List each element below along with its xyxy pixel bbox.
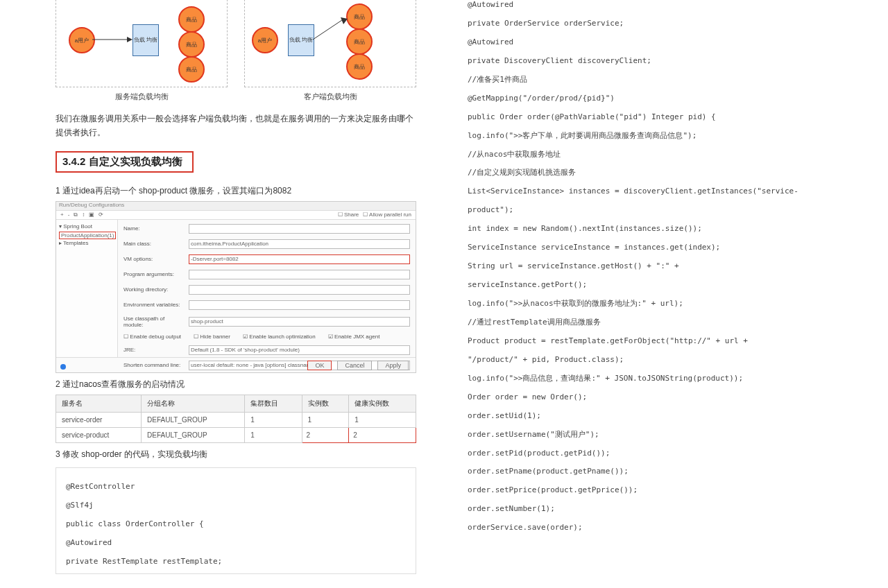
code-line: @Slf4j <box>66 496 406 515</box>
label-workdir: Working directory: <box>123 286 183 293</box>
field-programargs[interactable] <box>189 270 410 279</box>
cancel-button[interactable]: Cancel <box>337 361 372 370</box>
table-header-row: 服务名 分组名称 集群数目 实例数 健康实例数 <box>56 395 416 412</box>
code-line: "/product/" + pid, Product.class); <box>468 351 837 370</box>
node-product-1: 商品 <box>346 3 373 30</box>
code-line: log.info(">>客户下单，此时要调用商品微服务查询商品信息"); <box>468 127 837 146</box>
code-line: @Autowired <box>468 0 837 15</box>
field-workdir[interactable] <box>189 285 410 295</box>
cell: DEFAULT_GROUP <box>142 427 245 442</box>
node-product-2: 商品 <box>346 28 373 55</box>
diagram-client-lb: a用户 负载 均衡 商品 商品 商品 客户端负载均衡 <box>244 0 416 102</box>
code-line: public class OrderController { <box>66 515 406 534</box>
code-line: ServiceInstance serviceInstance = instan… <box>468 239 837 257</box>
code-line: order.setNumber(1); <box>468 500 837 519</box>
code-line: String url = serviceInstance.getHost() +… <box>468 257 837 276</box>
ide-tool-copy[interactable]: ⧉ <box>74 211 78 218</box>
code-line: @RestController <box>66 478 406 496</box>
code-line: List<ServiceInstance> instances = discov… <box>468 182 837 201</box>
node-product-1: 商品 <box>178 6 205 33</box>
diagram-row: a用户 负载 均衡 商品 商品 商品 服务端负载均衡 a用户 负载 均衡 商品 … <box>56 0 416 102</box>
ok-button[interactable]: OK <box>307 361 332 370</box>
table-row: service-order DEFAULT_GROUP 1 1 1 <box>56 412 416 427</box>
ide-sidebar: ▾ Spring Boot ProductApplication(1) ▸ Te… <box>56 220 118 357</box>
field-vmoptions[interactable]: -Dserver.port=8082 <box>189 254 410 264</box>
ide-tool-remove[interactable]: - <box>68 211 70 218</box>
cell: service-product <box>56 427 142 442</box>
cell: service-order <box>56 412 142 427</box>
field-mainclass[interactable]: com.itheima.ProductApplication <box>189 239 410 249</box>
field-envvars[interactable] <box>189 300 410 310</box>
svg-marker-1 <box>127 37 133 42</box>
code-line: Product product = restTemplate.getForObj… <box>468 332 837 351</box>
side-templates[interactable]: ▸ Templates <box>59 239 114 247</box>
th-healthy: 健康实例数 <box>349 395 416 412</box>
ide-tool-add[interactable]: + <box>60 211 64 218</box>
cell: 1 <box>245 412 302 427</box>
code-line: //自定义规则实现随机挑选服务 <box>468 164 837 182</box>
ide-body: ▾ Spring Boot ProductApplication(1) ▸ Te… <box>56 220 416 357</box>
node-lb: 负载 均衡 <box>133 24 159 56</box>
ide-share[interactable]: ☐ Share <box>338 211 359 218</box>
cell: 1 <box>302 412 349 427</box>
chk-jmx[interactable]: ☑ Enable JMX agent <box>328 334 380 340</box>
cell: DEFAULT_GROUP <box>142 412 245 427</box>
ide-tool-reset[interactable]: ⟳ <box>99 211 103 218</box>
cell: 1 <box>245 427 302 442</box>
chk-banner[interactable]: ☐ Hide banner <box>194 334 230 340</box>
ide-tool-box[interactable]: ▣ <box>89 211 94 218</box>
left-column: a用户 负载 均衡 商品 商品 商品 服务端负载均衡 a用户 负载 均衡 商品 … <box>0 0 444 588</box>
side-springboot[interactable]: ▾ Spring Boot <box>59 223 114 230</box>
field-classpath[interactable]: shop-product <box>189 317 410 327</box>
th-instances: 实例数 <box>302 395 349 412</box>
ide-parallel[interactable]: ☐ Allow parallel run <box>363 211 411 218</box>
svg-marker-3 <box>341 17 348 24</box>
code-line: serviceInstance.getPort(); <box>468 276 837 295</box>
code-line: orderService.save(order); <box>468 519 837 537</box>
page: a用户 负载 均衡 商品 商品 商品 服务端负载均衡 a用户 负载 均衡 商品 … <box>0 0 888 588</box>
svg-line-2 <box>313 20 342 40</box>
code-left: @RestController @Slf4j public class Orde… <box>56 467 416 575</box>
ide-form: Name: Main class:com.itheima.ProductAppl… <box>118 220 416 357</box>
step-1: 1 通过idea再启动一个 shop-product 微服务，设置其端口为808… <box>56 185 416 197</box>
code-line: log.info(">>商品信息，查询结果:" + JSON.toJSONStr… <box>468 370 837 388</box>
ide-toolbar: + - ⧉ ↕ ▣ ⟳ ☐ Share ☐ Allow parallel run <box>56 211 416 220</box>
diagram-box: a用户 负载 均衡 商品 商品 商品 <box>56 0 228 87</box>
label-envvars: Environment variables: <box>123 302 183 308</box>
code-line: product"); <box>468 201 837 220</box>
th-clusters: 集群数目 <box>245 395 302 412</box>
code-line: //从nacos中获取服务地址 <box>468 146 837 164</box>
right-column: @Autowired private OrderService orderSer… <box>444 0 888 588</box>
ide-dialog: Run/Debug Configurations + - ⧉ ↕ ▣ ⟳ ☐ S… <box>56 201 416 373</box>
code-line: log.info(">>从nacos中获取到的微服务地址为:" + url); <box>468 295 837 313</box>
ide-tool-move[interactable]: ↕ <box>82 211 85 218</box>
label-classpath: Use classpath of module: <box>123 315 183 328</box>
node-product-3: 商品 <box>178 56 205 83</box>
table-row: service-product DEFAULT_GROUP 1 2 2 <box>56 427 416 442</box>
node-product-3: 商品 <box>346 53 373 80</box>
code-line: private RestTemplate restTemplate; <box>66 553 406 571</box>
label-jre: JRE: <box>123 347 183 353</box>
step-2: 2 通过nacos查看微服务的启动情况 <box>56 379 416 390</box>
code-line: public Order order(@PathVariable("pid") … <box>468 108 837 127</box>
field-jre[interactable]: Default (1.8 - SDK of 'shop-product' mod… <box>189 345 410 355</box>
chk-debug[interactable]: ☐ Enable debug output <box>123 334 181 340</box>
code-line: Order order = new Order(); <box>468 388 837 407</box>
code-line: @Autowired <box>468 33 837 52</box>
side-productapp[interactable]: ProductApplication(1) <box>59 232 116 239</box>
label-name: Name: <box>123 225 183 232</box>
code-line: @Autowired <box>66 534 406 553</box>
code-line: order.setPprice(product.getPprice()); <box>468 481 837 500</box>
node-product-2: 商品 <box>178 31 205 58</box>
field-name[interactable] <box>189 224 410 234</box>
section-title: 3.4.2 自定义实现负载均衡 <box>56 151 194 173</box>
diagram-caption: 客户端负载均衡 <box>244 92 416 102</box>
cell-hl-instances: 2 <box>302 427 349 442</box>
th-service: 服务名 <box>56 395 142 412</box>
field-shorten[interactable]: user-local default: none - java [options… <box>189 361 410 370</box>
chk-launch[interactable]: ☑ Enable launch optimization <box>243 334 316 340</box>
code-right: @Autowired private OrderService orderSer… <box>458 0 846 540</box>
code-line: order.setUid(1); <box>468 407 837 426</box>
apply-button[interactable]: Apply <box>377 361 409 370</box>
label-programargs: Program arguments: <box>123 271 183 277</box>
